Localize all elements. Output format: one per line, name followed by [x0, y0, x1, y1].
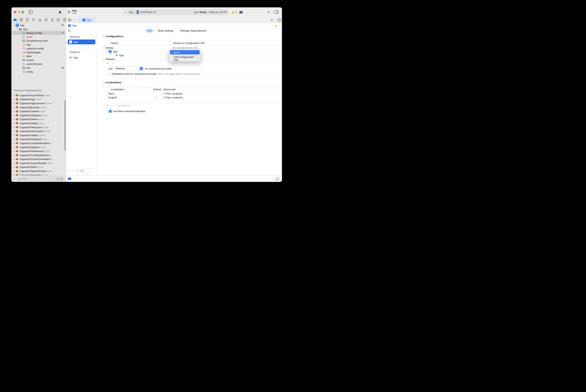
debug-navigator-tab-icon[interactable]	[50, 18, 54, 22]
disclosure-closed-icon[interactable]: ▸	[13, 146, 15, 148]
tree-row-file[interactable]: AppDelegate	[12, 50, 66, 54]
parallelize-checkbox[interactable]	[108, 72, 111, 75]
package-row[interactable]: ▸ CapacitorScreenOrientation l...	[12, 157, 66, 161]
disclosure-closed-icon[interactable]: ▸	[13, 162, 15, 164]
column-header-resources[interactable]: Resources	[164, 88, 176, 91]
cloud-status-icon[interactable]	[239, 10, 244, 14]
package-row[interactable]: ▸ CapacitorAppLauncher local	[12, 101, 66, 105]
disclosure-closed-icon[interactable]: ▸	[13, 170, 15, 172]
config-row-app-project[interactable]: ▾ A App	[107, 50, 117, 53]
package-row[interactable]: ▸ CapacitorStatusBar local	[12, 173, 66, 176]
disclosure-closed-icon[interactable]: ▸	[13, 94, 15, 96]
disclosure-closed-icon[interactable]: ▸	[13, 166, 15, 168]
package-row[interactable]: ▸ CapacitorDialog local	[12, 121, 66, 125]
disclosure-open-icon[interactable]: ▾	[16, 28, 19, 30]
package-row[interactable]: ▸ CapacitorGeolocation local	[12, 129, 66, 133]
sidebar-add-button[interactable]: +	[69, 169, 70, 172]
project-navigator-tab-icon[interactable]	[13, 18, 17, 22]
tree-row-file[interactable]: config	[12, 70, 66, 74]
zoom-window-button[interactable]	[22, 11, 24, 13]
forward-button[interactable]: ›	[77, 18, 78, 21]
menu-item-add-configuration-file[interactable]: Add Configuration File...	[170, 56, 200, 60]
navigator-scrollbar[interactable]	[64, 100, 66, 151]
swap-editor-icon[interactable]: ⇄	[271, 18, 273, 21]
set-default-button[interactable]: Set Default	[118, 104, 130, 107]
toggle-inspector-icon[interactable]	[274, 10, 278, 14]
package-row[interactable]: ▸ CapacitorLocalNotifications l...	[12, 141, 66, 145]
breakpoints-toggle-icon[interactable]	[68, 178, 71, 180]
disclosure-closed-icon[interactable]: ▸	[13, 158, 15, 160]
tree-row-file[interactable]: App	[12, 42, 66, 46]
disclosure-closed-icon[interactable]: ▸	[13, 106, 15, 108]
add-button[interactable]	[267, 10, 270, 14]
config-row-app-target[interactable]: App	[115, 54, 124, 57]
package-row[interactable]: ▸ CapacitorApp local	[12, 98, 66, 102]
warning-count[interactable]: 1	[235, 11, 237, 14]
disclosure-closed-icon[interactable]: ▸	[13, 130, 15, 132]
disclosure-closed-icon[interactable]: ▸	[13, 134, 15, 136]
package-row[interactable]: ▸ CapacitorPushNotifications l...	[12, 153, 66, 157]
tree-row-file[interactable]: LaunchScreen	[12, 62, 66, 66]
config-debug-value[interactable]: No Configurations Set	[173, 46, 197, 49]
scheme-crumb[interactable]: App	[129, 11, 133, 14]
tree-row-project[interactable]: ▾ A App M	[12, 23, 66, 27]
tree-row-file[interactable]: GoogleService-Info	[12, 39, 66, 42]
package-row[interactable]: ▸ CapacitorKeyboard local	[12, 137, 66, 142]
disclosure-closed-icon[interactable]: ▸	[104, 58, 105, 60]
disclosure-closed-icon[interactable]: ▸	[13, 114, 15, 116]
breakpoint-navigator-tab-icon[interactable]	[57, 18, 60, 22]
config-row-release[interactable]: ▸ Release	[104, 58, 115, 60]
back-button[interactable]: ‹	[74, 18, 75, 21]
add-editor-icon[interactable]	[278, 18, 281, 22]
toggle-navigator-icon[interactable]	[29, 10, 33, 14]
tree-row-file[interactable]: Info M	[12, 66, 66, 70]
package-row[interactable]: ▸ CapacitorSplashScreen local	[12, 169, 66, 173]
localizations-header[interactable]: ▾ Localizations	[103, 81, 121, 84]
warning-icon[interactable]	[231, 11, 235, 14]
toggle-editor-sidebar-icon[interactable]	[68, 30, 71, 32]
tree-row-folder[interactable]: ▾ App	[12, 27, 66, 31]
scm-status-filter-icon[interactable]	[60, 178, 63, 180]
sidebar-item-target-app[interactable]: App	[68, 55, 95, 60]
disclosure-open-icon[interactable]: ▾	[107, 50, 108, 53]
bookmark-navigator-tab-icon[interactable]	[26, 18, 29, 22]
close-window-button[interactable]	[14, 11, 16, 13]
toolbar-status-pill[interactable]: App ⟩ EmerPhone 16 App: Ready | Today at…	[122, 9, 229, 15]
navigator-filter-field[interactable]	[17, 177, 64, 181]
package-row[interactable]: ▸ CapacitorFilesystem local	[12, 125, 66, 130]
add-localization-button[interactable]: +	[107, 104, 108, 107]
disclosure-open-icon[interactable]: ▾	[103, 81, 104, 84]
package-row[interactable]: ▸ CapacitorHaptics local	[12, 133, 66, 137]
column-header-localization[interactable]: Localization	[111, 88, 124, 91]
tab-info[interactable]: Info	[146, 29, 154, 33]
source-control-navigator-tab-icon[interactable]	[19, 18, 23, 22]
disclosure-closed-icon[interactable]: ▸	[13, 98, 15, 100]
package-row[interactable]: ▸ CapacitorShare local	[12, 165, 66, 169]
tree-row-selected[interactable]: debug.xconfig A	[12, 31, 65, 35]
disclosure-closed-icon[interactable]: ▸	[13, 102, 15, 104]
minimize-window-button[interactable]	[18, 11, 20, 13]
disclosure-open-icon[interactable]: ▾	[103, 35, 104, 38]
column-header-based-on[interactable]: Based on Configuration File	[173, 42, 204, 44]
tree-row-file[interactable]: public	[12, 35, 66, 39]
remove-configuration-button[interactable]: −	[112, 61, 114, 64]
toggle-debug-area-icon[interactable]	[276, 177, 279, 180]
package-row[interactable]: ▸ CapacitorActionSheet local	[12, 93, 66, 98]
column-header-name[interactable]: Name	[111, 42, 118, 44]
disclosure-closed-icon[interactable]: ▸	[13, 154, 15, 156]
disclosure-closed-icon[interactable]: ▸	[13, 122, 15, 124]
navigator-add-button[interactable]: +	[13, 177, 15, 180]
tree-row-file[interactable]: Assets	[12, 58, 66, 62]
localization-row-english[interactable]: English	[109, 96, 117, 99]
menu-item-none[interactable]: ✓ None	[170, 50, 200, 54]
add-configuration-button[interactable]: +	[107, 61, 108, 64]
run-destination[interactable]: EmerPhone 16	[140, 11, 156, 14]
warning-icon[interactable]	[275, 24, 278, 27]
next-issue-button[interactable]: ›	[279, 24, 280, 27]
column-header-default[interactable]: Default	[153, 88, 161, 91]
report-navigator-tab-icon[interactable]	[63, 18, 66, 22]
configurations-header[interactable]: ▾ Configurations	[103, 35, 123, 38]
disclosure-open-icon[interactable]: ▾	[104, 47, 105, 49]
package-row[interactable]: ▸ CapacitorBrowser local	[12, 105, 66, 110]
tree-row-file[interactable]: Main	[12, 54, 66, 58]
